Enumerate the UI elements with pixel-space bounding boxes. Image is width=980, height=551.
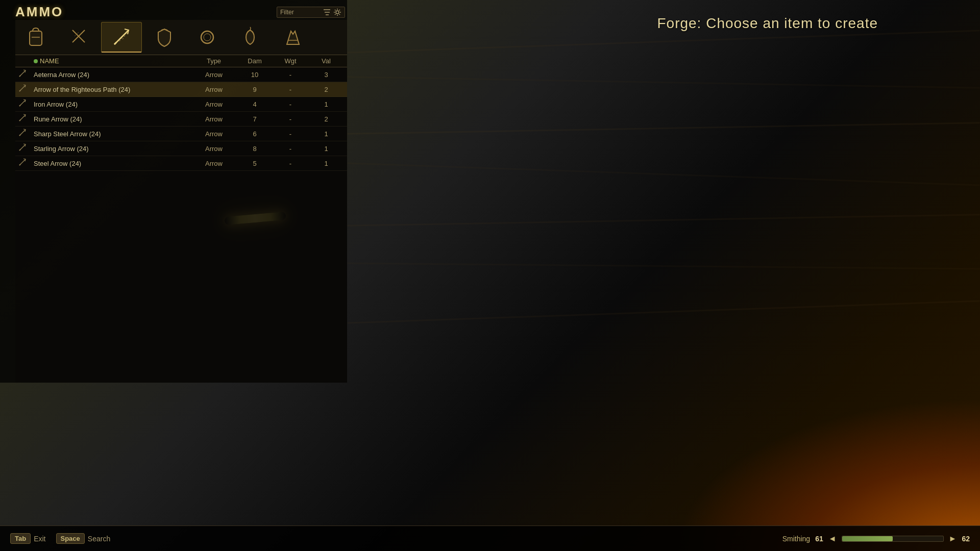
col-type-header: Type — [191, 57, 237, 65]
category-tabs — [15, 20, 347, 55]
forge-instruction: Forge: Choose an item to create — [657, 15, 878, 32]
item-damage: 5 — [237, 160, 273, 167]
filter-icon[interactable] — [323, 8, 331, 16]
item-weight: - — [273, 145, 308, 153]
item-type: Arrow — [191, 71, 237, 79]
item-value: 3 — [308, 71, 344, 79]
ring-icon — [197, 26, 217, 49]
item-weight: - — [273, 71, 308, 79]
space-key-label: Search — [88, 535, 110, 543]
item-row[interactable]: Iron Arrow (24) Arrow 4 - 1 — [15, 97, 347, 112]
item-weight: - — [273, 101, 308, 108]
svg-line-19 — [19, 90, 20, 91]
item-name: Starling Arrow (24) — [34, 145, 191, 153]
settings-icon[interactable] — [333, 8, 341, 16]
svg-point-14 — [204, 34, 211, 41]
item-row-icon — [18, 158, 34, 168]
svg-line-23 — [19, 120, 20, 121]
background-wood — [347, 0, 980, 388]
smithing-progress-bar — [842, 536, 944, 542]
key-hint-tab: Tab Exit — [10, 533, 46, 544]
progress-arrow-left: ◄ — [828, 534, 837, 543]
item-row[interactable]: Arrow of the Righteous Path (24) Arrow 9… — [15, 82, 347, 97]
item-row[interactable]: Steel Arrow (24) Arrow 5 - 1 — [15, 156, 347, 171]
svg-line-27 — [19, 149, 20, 151]
item-weight: - — [273, 115, 308, 123]
item-weight: - — [273, 160, 308, 167]
item-damage: 10 — [237, 71, 273, 79]
space-key-badge: Space — [56, 533, 85, 544]
filter-container: Filter — [277, 7, 345, 18]
item-name: Aeterna Arrow (24) — [34, 71, 191, 79]
item-list: Aeterna Arrow (24) Arrow 10 - 3 Arrow of… — [15, 67, 347, 383]
tab-misc[interactable] — [273, 22, 313, 53]
smithing-current: 61 — [815, 535, 823, 543]
item-row-icon — [18, 114, 34, 124]
smithing-progress-fill — [842, 536, 893, 541]
tab-food[interactable] — [230, 22, 271, 53]
col-wgt-header: Wgt — [273, 57, 308, 65]
svg-line-17 — [19, 76, 20, 77]
item-weight: - — [273, 130, 308, 138]
item-row-icon — [18, 129, 34, 139]
progress-arrow-right: ► — [949, 534, 957, 543]
item-row-icon — [18, 84, 34, 94]
item-row-icon — [18, 99, 34, 109]
tab-key-badge: Tab — [10, 533, 31, 544]
item-row[interactable]: Rune Arrow (24) Arrow 7 - 2 — [15, 112, 347, 127]
col-val-header: Val — [308, 57, 344, 65]
swords-icon — [68, 26, 89, 49]
item-damage: 9 — [237, 86, 273, 93]
smithing-section: Smithing 61 ◄ ► 62 — [782, 534, 970, 543]
item-value: 2 — [308, 86, 344, 93]
filter-label: Filter — [280, 9, 321, 16]
col-name-header[interactable]: NAME — [34, 57, 191, 65]
item-type: Arrow — [191, 160, 237, 167]
sort-indicator — [34, 59, 38, 63]
ammo-arrow-icon — [111, 26, 132, 49]
item-value: 1 — [308, 160, 344, 167]
item-row[interactable]: Starling Arrow (24) Arrow 8 - 1 — [15, 141, 347, 156]
item-damage: 8 — [237, 145, 273, 153]
item-name: Sharp Steel Arrow (24) — [34, 130, 191, 138]
item-damage: 4 — [237, 101, 273, 108]
item-damage: 7 — [237, 115, 273, 123]
svg-point-13 — [201, 31, 213, 43]
item-row[interactable]: Aeterna Arrow (24) Arrow 10 - 3 — [15, 67, 347, 82]
food-icon — [240, 26, 260, 49]
item-row-icon — [18, 143, 34, 154]
item-value: 1 — [308, 101, 344, 108]
bottom-bar: Tab Exit Space Search Smithing 61 ◄ ► 62 — [0, 525, 980, 551]
svg-rect-4 — [30, 31, 42, 45]
key-hint-space: Space Search — [56, 533, 111, 544]
item-name: Steel Arrow (24) — [34, 160, 191, 167]
svg-line-21 — [19, 105, 20, 106]
panel-title: AMMO — [15, 4, 63, 20]
item-type: Arrow — [191, 101, 237, 108]
item-row-icon — [18, 69, 34, 80]
tab-weapons[interactable] — [58, 22, 99, 53]
item-type: Arrow — [191, 86, 237, 93]
col-dam-header: Dam — [237, 57, 273, 65]
tab-backpack[interactable] — [15, 22, 56, 53]
smithing-label: Smithing — [782, 535, 810, 543]
item-type: Arrow — [191, 115, 237, 123]
tab-ammo[interactable] — [101, 22, 142, 53]
item-value: 1 — [308, 145, 344, 153]
tab-ring[interactable] — [187, 22, 228, 53]
item-damage: 6 — [237, 130, 273, 138]
item-name: Arrow of the Righteous Path (24) — [34, 86, 191, 93]
item-name: Rune Arrow (24) — [34, 115, 191, 123]
svg-line-25 — [19, 135, 20, 136]
tab-armor[interactable] — [144, 22, 185, 53]
item-row[interactable]: Sharp Steel Arrow (24) Arrow 6 - 1 — [15, 127, 347, 141]
armor-icon — [154, 26, 175, 49]
title-text: AMMO — [15, 4, 63, 19]
item-name: Iron Arrow (24) — [34, 101, 191, 108]
smithing-next: 62 — [962, 535, 970, 543]
tab-key-label: Exit — [34, 535, 45, 543]
svg-line-9 — [114, 30, 129, 44]
svg-line-29 — [19, 164, 20, 165]
item-type: Arrow — [191, 130, 237, 138]
backpack-icon — [26, 26, 46, 49]
